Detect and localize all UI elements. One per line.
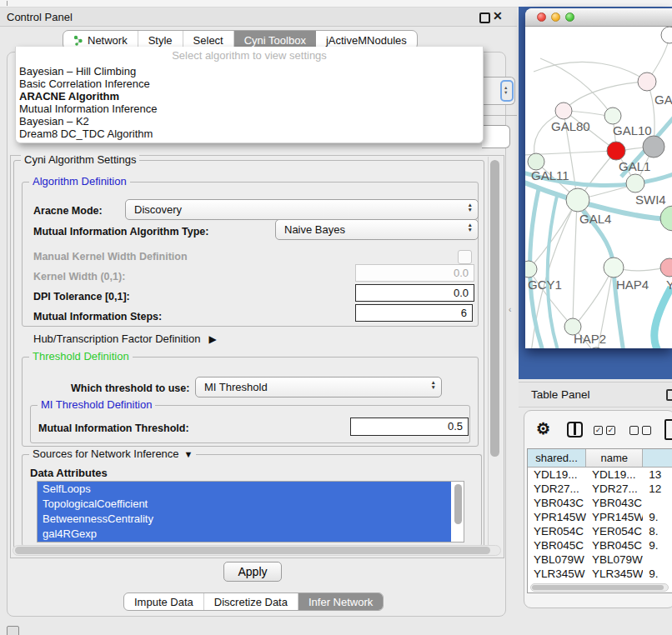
tab-label: Cyni Toolbox [244, 34, 306, 47]
node-table: shared...name YDL19...YDL19...13YDR27...… [527, 448, 672, 593]
network-node[interactable] [604, 108, 621, 124]
collapse-down-icon[interactable]: ▼ [184, 449, 193, 459]
table-row[interactable]: YBR045CYBR045C9. [528, 538, 672, 552]
network-node[interactable] [528, 153, 544, 170]
algorithm-option-aracne-algorithm[interactable]: ARACNE Algorithm [16, 90, 483, 102]
network-node[interactable] [643, 136, 664, 158]
network-node[interactable] [555, 102, 572, 119]
table-hscrollbar-thumb[interactable] [532, 585, 664, 590]
network-node[interactable] [566, 188, 589, 212]
network-edge-thick [548, 192, 561, 348]
which-threshold-combo[interactable]: MI Threshold ▲▼ [195, 377, 442, 398]
gear-icon[interactable]: ⚙ [536, 419, 550, 438]
table-hscrollbar-track[interactable] [530, 583, 669, 592]
network-node[interactable] [661, 27, 672, 43]
table-cell: 9. [643, 567, 672, 581]
close-icon[interactable]: ✕ [493, 9, 503, 22]
float-window-icon[interactable] [479, 12, 490, 23]
network-canvas[interactable]: GALGAL80GAL10GAL11GAL1SWI4GAL4GCY1HAP4YH… [525, 27, 672, 348]
settings-hscrollbar-thumb[interactable] [15, 547, 490, 554]
column-header-name[interactable]: name [586, 449, 643, 467]
list-scrollbar[interactable] [454, 484, 462, 524]
network-combo-fragment [482, 125, 510, 148]
attribute-item-gal4rgexp[interactable]: gal4RGexp [38, 527, 451, 542]
network-node[interactable] [604, 258, 624, 278]
algorithm-option-basic-correlation-inference[interactable]: Basic Correlation Inference [16, 78, 483, 90]
app-root: Control Panel ✕ NetworkStyleSelectCyni T… [0, 0, 672, 635]
network-node[interactable] [525, 261, 537, 278]
mi-threshold-field[interactable]: 0.5 [350, 418, 469, 436]
algorithm-option-mutual-information-inference[interactable]: Mutual Information Inference [16, 102, 483, 115]
document-icon[interactable] [664, 419, 672, 440]
attribute-item-topologicalcoefficient[interactable]: TopologicalCoefficient [38, 497, 451, 512]
table-cell: YBL079W [586, 552, 643, 567]
column-header-shared[interactable]: shared... [528, 449, 586, 467]
column-header-2[interactable] [643, 449, 672, 467]
unchecked-checkbox-icon[interactable] [642, 426, 651, 435]
dock-panel-icon[interactable] [7, 626, 19, 635]
algorithm-dropdown-popup: Select algorithm to view settings Bayesi… [15, 47, 484, 143]
network-node[interactable] [638, 72, 656, 91]
network-node[interactable] [607, 142, 625, 160]
algorithm-option-bayesian-hill-climbing[interactable]: Bayesian – Hill Climbing [16, 65, 483, 78]
node-label-gal: GAL [654, 92, 672, 107]
sources-group-title[interactable]: Sources for Network Inference▼ [29, 448, 196, 460]
network-node[interactable] [660, 206, 672, 231]
table-row[interactable]: YLR345WYLR345W9. [528, 567, 672, 581]
settings-vscrollbar-thumb[interactable] [490, 160, 499, 457]
close-traffic-light-icon[interactable] [537, 12, 546, 22]
network-edge [573, 202, 577, 325]
data-attributes-list[interactable]: SelfLoopsTopologicalCoefficientBetweenne… [37, 481, 464, 542]
panel-splitter-handle[interactable]: ‹ [509, 305, 511, 314]
zoom-traffic-light-icon[interactable] [565, 12, 574, 22]
table-cell: 12 [643, 482, 672, 496]
table-cell: YDR27... [528, 482, 586, 496]
attribute-item-selfloops[interactable]: SelfLoops [38, 482, 451, 497]
columns-icon[interactable] [567, 422, 583, 438]
network-window-titlebar[interactable] [525, 8, 672, 27]
table-panel-float-icon[interactable] [666, 389, 672, 401]
algorithm-option-bayesian-k2[interactable]: Bayesian – K2 [16, 115, 483, 128]
attribute-item-betweennesscentrality[interactable]: BetweennessCentrality [38, 512, 451, 527]
algorithm-option-dream8-dc-tdc-algorithm[interactable]: Dream8 DC_TDC Algorithm [16, 128, 483, 140]
minimize-traffic-light-icon[interactable] [551, 12, 560, 22]
checked-checkbox-icon[interactable]: ✓ [594, 426, 603, 435]
tab-impute-data[interactable]: Impute Data [124, 593, 204, 610]
unchecked-checkbox-icon[interactable] [629, 426, 639, 435]
tab-discretize-data[interactable]: Discretize Data [204, 593, 298, 610]
table-row[interactable]: YDR27...YDR27...12 [528, 482, 672, 496]
mi-algorithm-type-combo[interactable]: Naive Bayes ▲▼ [275, 219, 479, 240]
mi-steps-field[interactable]: 6 [355, 304, 473, 322]
combo-stepper-icon: ▲▼ [431, 380, 436, 390]
table-row[interactable]: YBL079WYBL079W [528, 552, 672, 567]
checked-checkbox-icon[interactable]: ✓ [606, 426, 615, 435]
combo-stepper-icon: ▲▼ [468, 222, 473, 232]
apply-button[interactable]: Apply [223, 562, 282, 582]
table-cell: YDL19... [586, 468, 643, 482]
combo-stepper-button-fragment[interactable]: ▲▼ [500, 80, 514, 102]
tab-label: jActiveMNodules [326, 34, 407, 47]
table-row[interactable]: YPR145WYPR145W9. [528, 510, 672, 524]
algorithm-definition-title: Algorithm Definition [29, 175, 130, 188]
hub-definition-toggle[interactable]: Hub/Transcription Factor Definition▶ [33, 332, 217, 345]
table-cell: 9. [643, 538, 672, 552]
mi-threshold-label: Mutual Information Threshold: [38, 422, 189, 434]
sources-title-text: Sources for Network Inference [33, 448, 179, 460]
table-row[interactable]: YDL19...YDL19...13 [528, 468, 672, 482]
kernel-width-field: 0.0 [355, 264, 474, 282]
dpi-tolerance-field[interactable]: 0.0 [355, 284, 474, 302]
table-row[interactable]: YBR043CYBR043C [528, 496, 672, 510]
table-panel-title: Table Panel [531, 388, 590, 401]
node-label-gal80: GAL80 [551, 119, 590, 133]
aracne-mode-combo[interactable]: Discovery ▲▼ [125, 199, 479, 220]
manual-kernel-checkbox[interactable] [458, 250, 472, 264]
algorithm-dropdown-placeholder: Select algorithm to view settings [16, 47, 483, 65]
network-node[interactable] [626, 174, 644, 192]
table-row[interactable]: YER054CYER054C8. [528, 524, 672, 538]
table-panel-titlebar: Table Panel [519, 382, 672, 408]
expand-right-icon[interactable]: ▶ [208, 333, 216, 345]
table-cell [643, 496, 672, 510]
tab-infer-network[interactable]: Infer Network [298, 593, 383, 610]
network-node[interactable] [660, 258, 672, 277]
table-cell: YLR345W [528, 567, 586, 581]
